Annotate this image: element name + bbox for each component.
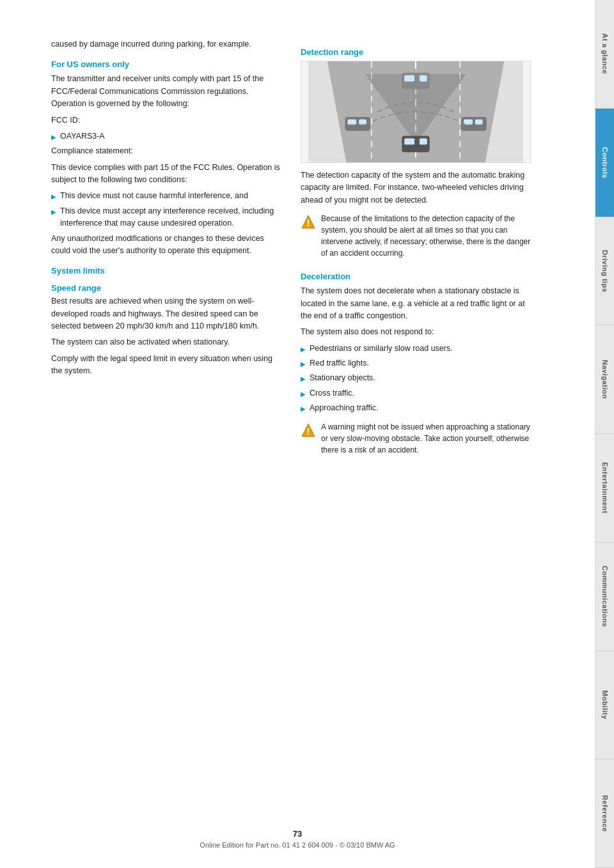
decel-bullet-3: ▶ Stationary objects. xyxy=(301,372,531,384)
footer-text: Online Edition for Part no. 01 41 2 604 … xyxy=(200,841,395,849)
bullet-arrow-icon: ▶ xyxy=(301,374,306,384)
svg-text:!: ! xyxy=(307,218,310,228)
sidebar-tab-mobility[interactable]: Mobility xyxy=(595,651,614,760)
decel-bullet-2-text: Red traffic lights. xyxy=(310,357,369,369)
compliance-text: This device complies with part 15 of the… xyxy=(51,162,281,187)
sidebar: At a glance Controls Driving tips Naviga… xyxy=(595,0,614,868)
decel-bullet-3-text: Stationary objects. xyxy=(310,372,375,384)
sidebar-tab-entertainment[interactable]: Entertainment xyxy=(595,434,614,543)
compliance-bullet-1-text: This device must not cause harmful inter… xyxy=(60,190,248,202)
fcc-id-value-item: ▶ OAYARS3-A xyxy=(51,130,281,143)
bullet-arrow-icon: ▶ xyxy=(301,345,306,355)
compliance-label: Compliance statement: xyxy=(51,145,281,157)
deceleration-text2: The system also does not respond to: xyxy=(301,326,531,338)
sidebar-tab-communications[interactable]: Communications xyxy=(595,543,614,651)
intro-paragraph: caused by damage incurred during parking… xyxy=(51,38,281,50)
sidebar-tab-navigation[interactable]: Navigation xyxy=(595,325,614,434)
warning2-text: A warning might not be issued when appro… xyxy=(321,421,531,456)
bullet-arrow-icon: ▶ xyxy=(51,132,56,143)
svg-rect-8 xyxy=(420,75,427,82)
bullet-arrow-icon: ▶ xyxy=(301,404,306,414)
svg-text:!: ! xyxy=(307,426,310,437)
bullet-arrow-icon: ▶ xyxy=(51,192,56,202)
warning-box-1: ! Because of the limitations to the dete… xyxy=(301,213,531,263)
decel-bullet-2: ▶ Red traffic lights. xyxy=(301,357,531,369)
left-column: caused by damage incurred during parking… xyxy=(51,38,281,830)
sidebar-tab-driving-tips[interactable]: Driving tips xyxy=(595,217,614,326)
warning-triangle-icon: ! xyxy=(301,214,316,229)
bullet-arrow-icon: ▶ xyxy=(301,359,306,369)
sidebar-tab-reference[interactable]: Reference xyxy=(595,759,614,868)
svg-rect-13 xyxy=(347,120,356,125)
fcc-id-value: OAYARS3-A xyxy=(60,130,105,143)
warning-box-2: ! A warning might not be issued when app… xyxy=(301,421,531,460)
unauthorized-text: Any unauthorized modifications or change… xyxy=(51,233,281,258)
compliance-bullet-2: ▶ This device must accept any interferen… xyxy=(51,205,281,230)
svg-rect-16 xyxy=(464,120,473,125)
page-container: caused by damage incurred during parking… xyxy=(0,0,614,868)
svg-rect-17 xyxy=(475,120,483,125)
deceleration-heading: Deceleration xyxy=(301,272,531,281)
sidebar-tab-at-a-glance[interactable]: At a glance xyxy=(595,0,614,109)
svg-rect-7 xyxy=(404,75,414,82)
page-footer: 73 Online Edition for Part no. 01 41 2 6… xyxy=(0,829,595,849)
speed-range-text3: Comply with the legal speed limit in eve… xyxy=(51,353,281,378)
svg-rect-11 xyxy=(420,138,427,144)
fcc-id-label: FCC ID: xyxy=(51,114,281,127)
page-number: 73 xyxy=(0,829,595,839)
warning1-text: Because of the limitations to the detect… xyxy=(321,213,531,259)
decel-bullet-4: ▶ Cross traffic. xyxy=(301,387,531,399)
bullet-arrow-icon: ▶ xyxy=(51,207,56,217)
detection-range-image xyxy=(301,61,531,163)
deceleration-text1: The system does not decelerate when a st… xyxy=(301,285,531,322)
for-us-heading: For US owners only xyxy=(51,59,281,69)
detection-diagram-svg xyxy=(301,61,530,162)
for-us-text: The transmitter and receiver units compl… xyxy=(51,73,281,110)
decel-bullet-4-text: Cross traffic. xyxy=(310,387,354,399)
decel-bullet-5-text: Approaching traffic. xyxy=(310,402,378,414)
detection-range-heading: Detection range xyxy=(301,47,531,57)
svg-rect-14 xyxy=(359,120,366,125)
main-content: caused by damage incurred during parking… xyxy=(0,0,595,868)
bullet-arrow-icon: ▶ xyxy=(301,389,306,399)
sidebar-tab-controls[interactable]: Controls xyxy=(595,109,614,217)
speed-range-text1: Best results are achieved when using the… xyxy=(51,295,281,332)
svg-rect-10 xyxy=(404,138,414,144)
speed-range-heading: Speed range xyxy=(51,283,281,293)
right-column: Detection range xyxy=(301,38,531,830)
warning-triangle-icon-2: ! xyxy=(301,422,316,438)
system-limits-heading: System limits xyxy=(51,266,281,275)
detection-text: The detection capacity of the system and… xyxy=(301,169,531,206)
compliance-bullet-2-text: This device must accept any interference… xyxy=(60,205,281,230)
compliance-bullet-1: ▶ This device must not cause harmful int… xyxy=(51,190,281,202)
speed-range-text2: The system can also be activated when st… xyxy=(51,336,281,348)
decel-bullet-1: ▶ Pedestrians or similarly slow road use… xyxy=(301,343,531,355)
decel-bullet-5: ▶ Approaching traffic. xyxy=(301,402,531,414)
decel-bullet-1-text: Pedestrians or similarly slow road users… xyxy=(310,343,453,355)
